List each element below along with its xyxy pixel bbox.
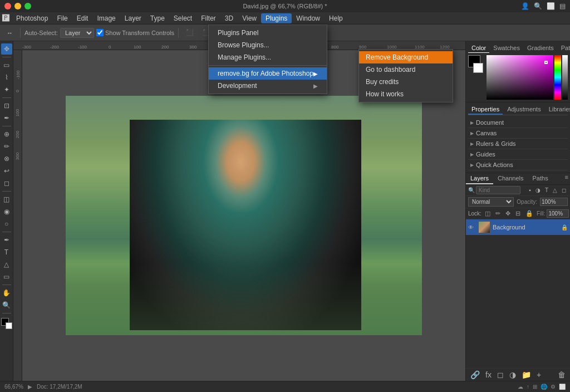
go-to-dashboard-item[interactable]: Go to dashboard [359, 63, 453, 76]
dodge-tool[interactable]: ○ [1, 218, 12, 229]
fg-color-swatch[interactable] [1, 318, 12, 329]
grid-icon[interactable]: ⊞ [533, 384, 537, 390]
filter-adj-icon[interactable]: ◑ [534, 187, 542, 194]
layer-visibility-toggle[interactable]: 👁 [468, 224, 476, 231]
add-link-btn[interactable]: 🔗 [468, 370, 482, 380]
magic-wand-tool[interactable]: ✦ [1, 84, 12, 95]
document-section[interactable]: ▶ Document [468, 117, 568, 128]
lock-image-btn[interactable]: ✏ [494, 209, 502, 218]
minimize-button[interactable] [14, 3, 21, 9]
manage-plugins-item[interactable]: Manage Plugins... [209, 51, 327, 63]
zoom-tool[interactable]: 🔍 [1, 300, 12, 311]
move-tool-options[interactable]: ↔ [3, 28, 16, 37]
close-button[interactable] [4, 3, 11, 9]
gradients-tab[interactable]: Gradients [524, 43, 557, 53]
lock-all-btn[interactable]: 🔒 [524, 209, 535, 218]
brush-tool[interactable]: ✏ [1, 141, 12, 152]
eraser-tool[interactable]: ◻ [1, 178, 12, 189]
removebg-item[interactable]: remove.bg for Adobe Photoshop ▶ [209, 67, 327, 80]
opacity-input[interactable] [540, 198, 568, 206]
share-icon[interactable]: ↑ [527, 384, 529, 390]
background-swatch[interactable] [473, 63, 483, 73]
menu-help[interactable]: Help [325, 13, 347, 23]
guides-section[interactable]: ▶ Guides [468, 149, 568, 160]
channels-tab[interactable]: Channels [493, 173, 528, 184]
screen-icon[interactable]: ⬜ [559, 384, 566, 390]
menu-select[interactable]: Select [169, 13, 196, 23]
layers-filter-input[interactable] [476, 186, 520, 194]
user-icon[interactable]: 👤 [521, 2, 529, 10]
layer-background[interactable]: 👁 Background 🔒 [466, 219, 570, 235]
align-left-btn[interactable]: ⬛ [183, 28, 197, 37]
menu-3d[interactable]: 3D [220, 13, 238, 23]
panels-icon[interactable]: ▤ [559, 2, 566, 10]
text-tool[interactable]: T [1, 247, 12, 258]
menu-type[interactable]: Type [146, 13, 169, 23]
cloud-icon[interactable]: ☁ [518, 384, 523, 390]
crop-tool[interactable]: ⊡ [1, 100, 12, 111]
history-tool[interactable]: ↩ [1, 165, 12, 177]
development-item[interactable]: Development ▶ [209, 80, 327, 92]
browse-plugins-item[interactable]: Browse Plugins... [209, 39, 327, 51]
menu-photoshop[interactable]: Photoshop [12, 13, 52, 23]
menu-image[interactable]: Image [92, 13, 120, 23]
layers-tab[interactable]: Layers [466, 173, 493, 184]
filter-shape-icon[interactable]: △ [551, 187, 559, 194]
filter-type-icon[interactable]: T [543, 187, 550, 194]
eyedropper-tool[interactable]: ✒ [1, 112, 12, 124]
arrange-icon[interactable]: ⬜ [547, 2, 555, 10]
color-tab[interactable]: Color [468, 43, 489, 53]
shape-tool[interactable]: ▭ [1, 271, 12, 282]
menu-layer[interactable]: Layer [120, 13, 146, 23]
search-icon[interactable]: 🔍 [534, 2, 542, 10]
fill-input[interactable] [547, 209, 569, 218]
layers-panel-menu[interactable]: ≡ [563, 173, 570, 184]
clone-tool[interactable]: ⊗ [1, 153, 12, 164]
marquee-tool[interactable]: ▭ [1, 60, 12, 71]
add-fx-btn[interactable]: fx [483, 370, 494, 380]
menu-file[interactable]: File [52, 13, 72, 23]
buy-credits-item[interactable]: Buy credits [359, 76, 453, 88]
menu-edit[interactable]: Edit [72, 13, 93, 23]
lock-position-btn[interactable]: ✥ [504, 209, 512, 218]
rulers-grids-section[interactable]: ▶ Rulers & Grids [468, 139, 568, 149]
menu-view[interactable]: View [238, 13, 261, 23]
remove-background-item[interactable]: Remove Background [359, 51, 453, 63]
hand-tool[interactable]: ✋ [1, 287, 12, 298]
lock-artboard-btn[interactable]: ⊟ [514, 209, 522, 218]
quick-actions-section[interactable]: ▶ Quick Actions [468, 160, 568, 170]
menu-filter[interactable]: Filter [196, 13, 220, 23]
how-it-works-item[interactable]: How it works [359, 88, 453, 100]
maximize-button[interactable] [24, 3, 31, 9]
blur-tool[interactable]: ◉ [1, 206, 12, 217]
new-layer-btn[interactable]: + [534, 370, 543, 380]
move-tool[interactable]: ✥ [1, 43, 12, 55]
swatches-tab[interactable]: Swatches [490, 43, 523, 53]
auto-select-dropdown[interactable]: Layer Group [60, 28, 94, 38]
canvas-section[interactable]: ▶ Canvas [468, 128, 568, 139]
transform-checkbox[interactable] [96, 29, 104, 36]
new-adjustment-btn[interactable]: ◑ [507, 370, 518, 380]
pen-tool[interactable]: ✒ [1, 234, 12, 246]
patterns-tab[interactable]: Patterns [558, 43, 570, 53]
color-gradient-picker[interactable] [487, 55, 553, 100]
plugins-panel-item[interactable]: Plugins Panel [209, 27, 327, 39]
spot-heal-tool[interactable]: ⊕ [1, 129, 12, 140]
menu-window[interactable]: Window [292, 13, 325, 23]
libraries-tab[interactable]: Libraries [546, 105, 570, 115]
adjustments-tab[interactable]: Adjustments [504, 105, 544, 115]
filter-pixel-icon[interactable]: ▪ [527, 187, 533, 194]
delete-layer-btn[interactable]: 🗑 [556, 370, 568, 380]
settings-icon[interactable]: ⚙ [551, 384, 556, 390]
color-extra-strip[interactable] [562, 55, 568, 100]
blend-mode-dropdown[interactable]: Normal Multiply Screen [468, 197, 514, 207]
add-mask-btn[interactable]: ◻ [495, 370, 506, 380]
document-canvas[interactable] [66, 96, 422, 335]
new-group-btn[interactable]: 📁 [519, 370, 533, 380]
world-icon[interactable]: 🌐 [540, 384, 547, 390]
paths-tab[interactable]: Paths [528, 173, 553, 184]
menu-plugins[interactable]: Plugins [261, 13, 292, 23]
gradient-tool[interactable]: ◫ [1, 194, 12, 205]
properties-tab[interactable]: Properties [468, 105, 503, 115]
lasso-tool[interactable]: ⌇ [1, 72, 12, 83]
